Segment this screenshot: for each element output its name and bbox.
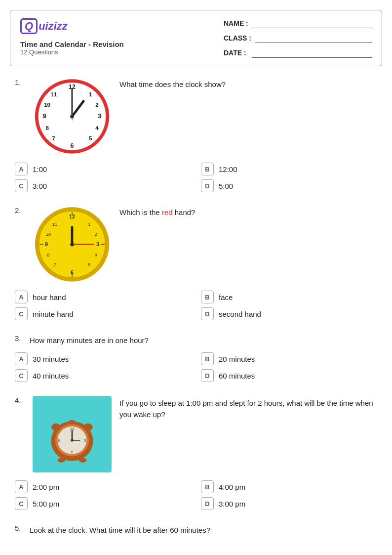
q4-text: If you go to sleep at 1:00 pm and slept … bbox=[119, 396, 377, 420]
question-4: 4. bbox=[15, 396, 377, 510]
q1-choice-b-text: 12:00 bbox=[219, 165, 237, 173]
svg-point-55 bbox=[71, 439, 73, 441]
q4-choice-a-text: 2:00 pm bbox=[33, 483, 59, 491]
q3-choice-c[interactable]: C 40 minutes bbox=[15, 369, 191, 382]
q4-choice-c[interactable]: C 5:00 pm bbox=[15, 497, 191, 510]
q2-choice-b-text: face bbox=[219, 293, 233, 301]
svg-point-46 bbox=[79, 458, 87, 463]
q2-image: 12 3 6 9 1 2 4 5 7 8 10 11 bbox=[33, 206, 112, 283]
svg-text:9: 9 bbox=[58, 438, 60, 443]
q3-choice-a[interactable]: A 30 minutes bbox=[15, 352, 191, 365]
svg-text:6: 6 bbox=[71, 269, 74, 275]
questions-container: 1. 12 3 6 9 1 2 4 bbox=[10, 78, 382, 534]
q2-choice-c-text: minute hand bbox=[33, 310, 74, 318]
svg-point-45 bbox=[58, 458, 66, 463]
class-input-line[interactable] bbox=[255, 33, 372, 43]
q1-choice-b[interactable]: B 12:00 bbox=[201, 163, 377, 175]
q3-choice-c-letter: C bbox=[15, 369, 28, 382]
q2-choice-c[interactable]: C minute hand bbox=[15, 307, 191, 320]
svg-text:6: 6 bbox=[71, 142, 74, 149]
logo-q: Q bbox=[20, 18, 38, 34]
svg-text:1: 1 bbox=[88, 222, 90, 227]
q3-choice-b-letter: B bbox=[201, 352, 214, 365]
q4-choices: A 2:00 pm B 4:00 pm C 5:00 pm D 3:00 pm bbox=[15, 480, 377, 510]
quiz-count: 12 Questions bbox=[20, 48, 124, 56]
q1-choice-c-letter: C bbox=[15, 179, 28, 192]
q4-choice-c-text: 5:00 pm bbox=[33, 500, 59, 508]
q3-header: 3. How many minutes are in one hour? bbox=[15, 334, 377, 344]
class-label: CLASS : bbox=[224, 34, 251, 42]
q4-choice-d-text: 3:00 pm bbox=[219, 500, 245, 508]
q1-choice-d-letter: D bbox=[201, 179, 214, 192]
q2-choices: A hour hand B face C minute hand D secon… bbox=[15, 291, 377, 320]
svg-point-47 bbox=[51, 424, 61, 431]
q3-choice-d[interactable]: D 60 minutes bbox=[201, 369, 377, 382]
svg-text:5: 5 bbox=[89, 135, 92, 141]
date-input-line[interactable] bbox=[252, 48, 372, 58]
svg-text:9: 9 bbox=[43, 113, 46, 120]
svg-text:1: 1 bbox=[89, 91, 92, 97]
q3-choice-b[interactable]: B 20 minutes bbox=[201, 352, 377, 365]
q2-choice-a[interactable]: A hour hand bbox=[15, 291, 191, 303]
svg-point-48 bbox=[83, 424, 93, 431]
q4-choice-d[interactable]: D 3:00 pm bbox=[201, 497, 377, 510]
q1-choice-c-text: 3:00 bbox=[33, 182, 47, 190]
q1-choice-a-text: 1:00 bbox=[33, 165, 47, 173]
q3-choice-d-letter: D bbox=[201, 369, 214, 382]
q4-image: 12 3 6 9 bbox=[33, 396, 112, 472]
q1-text: What time does the clock show? bbox=[119, 78, 377, 88]
q4-header: 4. bbox=[15, 396, 377, 472]
svg-point-18 bbox=[70, 115, 74, 119]
q3-choice-a-letter: A bbox=[15, 352, 28, 365]
svg-text:12: 12 bbox=[69, 213, 75, 219]
q1-choices: A 1:00 B 12:00 C 3:00 D 5:00 bbox=[15, 163, 377, 192]
q1-image: 12 3 6 9 1 2 4 5 7 8 10 11 bbox=[33, 78, 112, 155]
q3-text: How many minutes are in one hour? bbox=[30, 334, 377, 344]
q4-choice-d-letter: D bbox=[201, 497, 214, 510]
q4-choice-b[interactable]: B 4:00 pm bbox=[201, 480, 377, 493]
q1-choice-a-letter: A bbox=[15, 163, 28, 175]
q2-text: Which is the red hand? bbox=[119, 206, 377, 216]
class-field-row: CLASS : bbox=[224, 33, 372, 43]
svg-text:11: 11 bbox=[50, 91, 57, 97]
svg-point-56 bbox=[69, 420, 75, 424]
q3-choice-a-text: 30 minutes bbox=[33, 355, 69, 363]
header-card: Q uizizz Time and Calendar - Revision 12… bbox=[10, 10, 382, 66]
q4-choice-a-letter: A bbox=[15, 480, 28, 493]
q2-header: 2. 12 3 bbox=[15, 206, 377, 283]
header-right: NAME : CLASS : DATE : bbox=[224, 18, 372, 58]
q2-choice-a-letter: A bbox=[15, 291, 28, 303]
q1-choice-a[interactable]: A 1:00 bbox=[15, 163, 191, 175]
svg-text:10: 10 bbox=[44, 101, 50, 108]
date-field-row: DATE : bbox=[224, 48, 372, 58]
q1-choice-d[interactable]: D 5:00 bbox=[201, 179, 377, 192]
svg-text:2: 2 bbox=[94, 232, 97, 237]
svg-text:4: 4 bbox=[95, 125, 99, 131]
date-label: DATE : bbox=[224, 49, 248, 57]
svg-text:10: 10 bbox=[46, 232, 51, 237]
question-5-partial: 5. Look at the clock. What time will it … bbox=[15, 524, 377, 534]
q3-choice-d-text: 60 minutes bbox=[219, 372, 255, 380]
svg-point-40 bbox=[70, 243, 74, 247]
q2-choice-d-text: second hand bbox=[219, 310, 261, 318]
q4-choice-a[interactable]: A 2:00 pm bbox=[15, 480, 191, 493]
svg-text:4: 4 bbox=[94, 253, 97, 257]
q2-choice-b[interactable]: B face bbox=[201, 291, 377, 303]
q2-choice-d[interactable]: D second hand bbox=[201, 307, 377, 320]
svg-text:2: 2 bbox=[95, 101, 98, 108]
q2-choice-a-text: hour hand bbox=[33, 293, 66, 301]
q5-text: Look at the clock. What time will it be … bbox=[30, 524, 377, 534]
logo: Q uizizz bbox=[20, 18, 124, 34]
svg-text:8: 8 bbox=[45, 125, 49, 131]
name-input-line[interactable] bbox=[252, 18, 372, 28]
q1-choice-c[interactable]: C 3:00 bbox=[15, 179, 191, 192]
q1-header: 1. 12 3 6 9 1 2 4 bbox=[15, 78, 377, 155]
q3-choice-b-text: 20 minutes bbox=[219, 355, 255, 363]
svg-text:6: 6 bbox=[71, 450, 73, 454]
question-3: 3. How many minutes are in one hour? A 3… bbox=[15, 334, 377, 382]
svg-text:3: 3 bbox=[98, 113, 101, 120]
q2-text-red: red bbox=[162, 208, 173, 216]
q5-header: 5. Look at the clock. What time will it … bbox=[15, 524, 377, 534]
q3-number: 3. bbox=[15, 334, 25, 342]
q2-text-before: Which is the bbox=[119, 208, 162, 216]
